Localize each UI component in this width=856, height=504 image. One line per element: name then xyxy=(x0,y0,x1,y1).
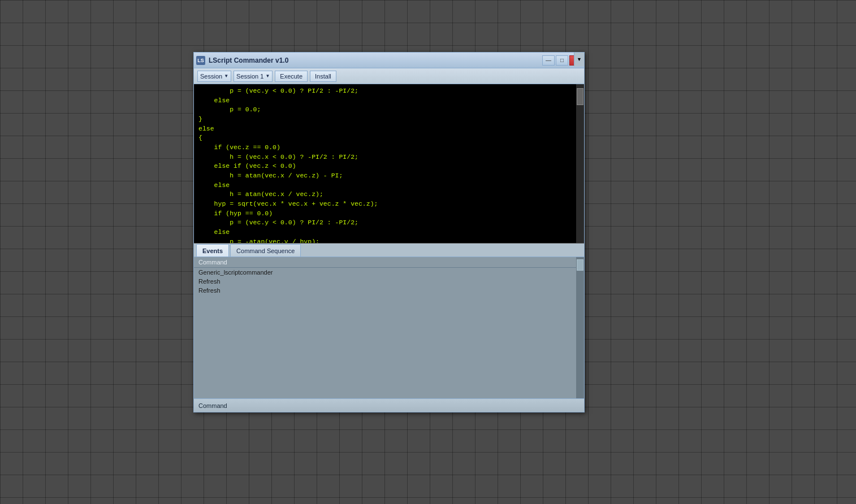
install-button[interactable]: Install xyxy=(310,71,336,82)
code-content: p = (vec.y < 0.0) ? PI/2 : -PI/2; else p… xyxy=(194,84,584,244)
tab-command-sequence[interactable]: Command Sequence xyxy=(230,244,301,257)
events-area: Command Generic_lscriptcommanderRefreshR… xyxy=(194,257,584,398)
event-item[interactable]: Refresh xyxy=(194,277,584,286)
session1-label: Session 1 xyxy=(236,73,263,80)
maximize-button[interactable]: □ xyxy=(556,55,568,66)
events-header: Command xyxy=(194,257,584,268)
window-title: LScript Commander v1.0 xyxy=(209,57,542,64)
main-window: LS LScript Commander v1.0 — □ ✕ Session … xyxy=(193,52,585,412)
command-label: Command xyxy=(198,402,227,409)
session1-dropdown[interactable]: Session 1 ▼ xyxy=(234,71,273,82)
code-scrollbar-vertical[interactable] xyxy=(576,84,584,243)
events-scrollbar[interactable] xyxy=(576,257,584,398)
tab-scroll-button[interactable]: ▼ xyxy=(574,53,584,66)
events-list: Generic_lscriptcommanderRefreshRefresh xyxy=(194,268,584,295)
app-icon: LS xyxy=(196,56,205,65)
toolbar: Session ▼ Session 1 ▼ Execute Install xyxy=(194,68,584,84)
title-bar: LS LScript Commander v1.0 — □ ✕ xyxy=(194,53,584,68)
event-item[interactable]: Generic_lscriptcommander xyxy=(194,268,584,277)
events-scrollbar-thumb[interactable] xyxy=(577,259,583,271)
code-scrollbar-thumb[interactable] xyxy=(577,88,583,105)
minimize-button[interactable]: — xyxy=(542,55,555,66)
session-label: Session xyxy=(200,73,222,80)
event-item[interactable]: Refresh xyxy=(194,286,584,295)
session-dropdown[interactable]: Session ▼ xyxy=(197,71,231,82)
execute-button[interactable]: Execute xyxy=(275,71,308,82)
tabs-bar: Events Command Sequence ▼ xyxy=(194,244,584,257)
command-bar: Command xyxy=(194,398,584,412)
tab-events[interactable]: Events xyxy=(196,244,229,257)
session1-dropdown-arrow: ▼ xyxy=(265,73,270,79)
session-dropdown-arrow: ▼ xyxy=(224,73,228,79)
code-editor[interactable]: p = (vec.y < 0.0) ? PI/2 : -PI/2; else p… xyxy=(194,84,584,244)
